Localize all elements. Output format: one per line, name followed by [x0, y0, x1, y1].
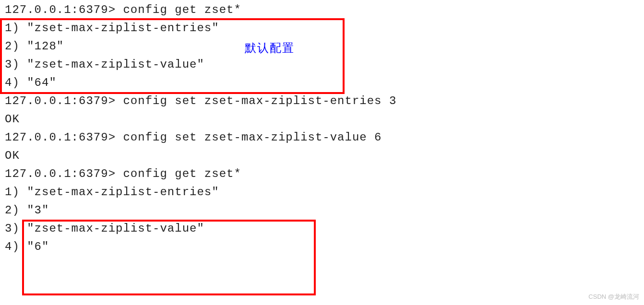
- terminal-line: 1) "zset-max-ziplist-entries": [0, 19, 644, 37]
- terminal-line: 127.0.0.1:6379> config set zset-max-zipl…: [0, 129, 644, 147]
- terminal-line: 3) "zset-max-ziplist-value": [0, 220, 644, 238]
- terminal-line: 127.0.0.1:6379> config get zset*: [0, 1, 644, 19]
- annotation-default-config: 默认配置: [245, 40, 295, 56]
- terminal-line: 2) "3": [0, 201, 644, 220]
- terminal-line: 1) "zset-max-ziplist-entries": [0, 183, 644, 201]
- terminal-line: 127.0.0.1:6379> config set zset-max-zipl…: [0, 92, 644, 110]
- terminal-line: OK: [0, 147, 644, 165]
- terminal-line: 127.0.0.1:6379> config get zset*: [0, 165, 644, 183]
- terminal-line: OK: [0, 110, 644, 129]
- terminal-line: 4) "64": [0, 74, 644, 92]
- watermark: CSDN @龙崎流河: [588, 293, 639, 301]
- terminal-line: 2) "128": [0, 37, 644, 56]
- terminal-line: 3) "zset-max-ziplist-value": [0, 56, 644, 74]
- terminal-line: 4) "6": [0, 238, 644, 256]
